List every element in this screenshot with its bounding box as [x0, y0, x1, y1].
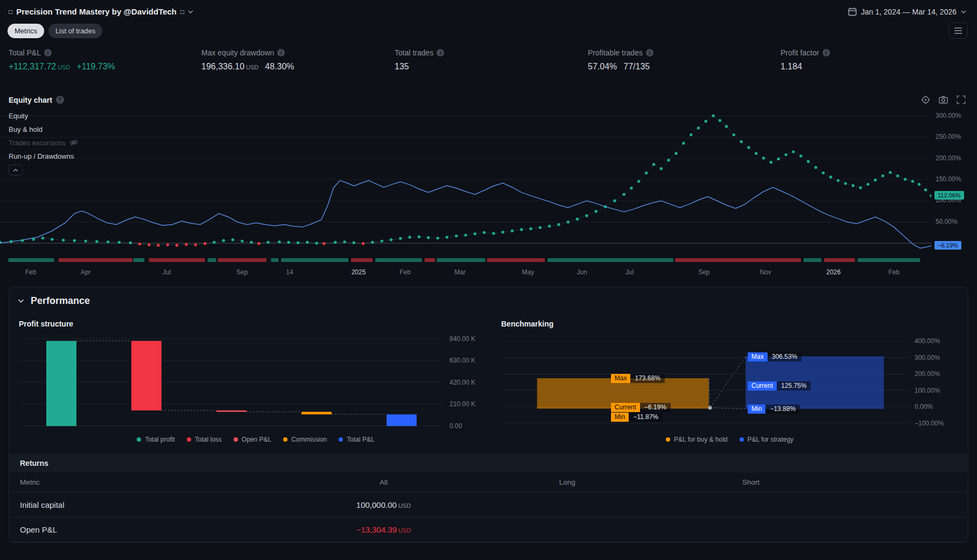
row-metric: Initial capital — [20, 500, 292, 509]
column-long: Long — [475, 478, 659, 486]
profit-structure-y-axis: 840.00 K630.00 K420.00 K210.00 K0.00 — [444, 337, 491, 428]
chevron-down-icon — [961, 10, 966, 14]
chevron-down-icon — [188, 10, 193, 14]
chart-settings-button[interactable] — [920, 95, 931, 105]
table-row-initial-capital: Initial capital 100,000.00USD — [9, 493, 968, 518]
info-icon[interactable] — [823, 49, 830, 56]
title-prefix-glyph: □ — [9, 8, 12, 16]
axis-tick-label: 400.00% — [915, 337, 940, 345]
legend-item[interactable]: Commission — [283, 436, 327, 443]
tab-metrics[interactable]: Metrics — [8, 24, 44, 38]
profit-structure-canvas — [19, 337, 444, 428]
x-axis-tick-label: Sep — [236, 268, 248, 276]
eye-off-icon — [69, 139, 78, 146]
x-axis-tick-label: Jun — [577, 268, 587, 276]
fullscreen-button[interactable] — [956, 95, 966, 105]
axis-tick-label: 100.00% — [915, 387, 940, 394]
strategy-tester-panel: □ Precision Trend Mastery by @DaviddTech… — [0, 0, 977, 543]
stat-value: 135 — [395, 62, 409, 72]
legend-item[interactable]: Total profit — [137, 436, 174, 443]
currency-suffix: USD — [246, 64, 258, 70]
row-metric: Open P&L — [20, 525, 292, 534]
snapshot-button[interactable] — [938, 95, 948, 105]
panel-menu-button[interactable] — [949, 23, 967, 39]
date-range-picker[interactable]: Jan 1, 2024 — Mar 14, 2026 — [848, 7, 966, 16]
axis-tick-label: 200.00% — [915, 370, 940, 378]
info-icon[interactable] — [277, 49, 285, 56]
performance-section: Performance Profit structure 840.00 K630… — [9, 287, 968, 543]
legend-label: Equity — [9, 112, 28, 120]
legend-item[interactable]: P&L for buy & hold — [666, 436, 728, 443]
performance-charts-row: Profit structure 840.00 K630.00 K420.00 … — [9, 313, 968, 446]
legend-item-runup-drawdowns[interactable]: Run-up / Drawdowns — [9, 151, 78, 161]
chevron-down-icon — [18, 299, 24, 303]
profit-structure-chart: Profit structure 840.00 K630.00 K420.00 … — [19, 315, 493, 446]
legend-item-equity[interactable]: Equity — [9, 110, 78, 121]
x-axis-tick-label: Jul — [163, 268, 171, 276]
stat-secondary: 48.30% — [265, 62, 294, 72]
calendar-icon — [848, 7, 857, 16]
column-metric: Metric — [20, 478, 292, 486]
axis-tick-label: 0.00% — [915, 403, 933, 410]
title-suffix-glyph: □ — [180, 8, 184, 16]
axis-tick-label: 840.00 K — [449, 335, 475, 343]
table-row-open-pnl: Open P&L −13,304.39USD — [9, 518, 968, 542]
legend-item[interactable]: Open P&L — [234, 436, 271, 443]
returns-section-header: Returns — [9, 454, 968, 472]
axis-tick-label: 210.00 K — [449, 400, 475, 408]
profit-structure-legend: Total profitTotal lossOpen P&LCommission… — [19, 436, 493, 443]
stat-value: 1.184 — [781, 62, 802, 72]
performance-header[interactable]: Performance — [9, 287, 968, 313]
camera-icon — [938, 95, 948, 105]
column-all: All — [292, 478, 475, 486]
column-short: Short — [659, 478, 842, 486]
equity-chart: Equity Buy & hold Trades excursions Run-… — [0, 109, 977, 279]
equity-chart-title: Equity chart — [9, 96, 52, 104]
info-icon[interactable] — [646, 49, 653, 56]
collapse-legend-button[interactable] — [9, 165, 23, 175]
current-value-badge: −6.19% — [934, 241, 961, 250]
returns-table-header: Metric All Long Short — [9, 472, 968, 493]
legend-label: Run-up / Drawdowns — [9, 152, 74, 160]
x-axis-tick-label: May — [522, 268, 535, 276]
stat-value: 57.04% — [588, 62, 617, 72]
stat-profit-factor: Profit factor 1.184 — [781, 48, 830, 72]
stat-label: Profitable trades — [588, 48, 643, 57]
tab-list-of-trades[interactable]: List of trades — [48, 24, 102, 38]
range-label-chip: Max306.53% — [748, 352, 802, 361]
benchmarking-legend: P&L for buy & holdP&L for strategy — [501, 436, 958, 443]
current-value-badge: 112.06% — [934, 191, 964, 200]
stat-label: Total P&L — [9, 48, 41, 57]
legend-item[interactable]: Total loss — [187, 436, 222, 443]
settings-icon — [920, 95, 931, 105]
benchmarking-labels-overlay: Max173.68%Current−6.19%Min−11.87%Max306.… — [501, 337, 909, 428]
x-axis-tick-label: Sep — [698, 268, 709, 276]
currency-suffix: USD — [398, 527, 411, 534]
returns-table: Metric All Long Short Initial capital 10… — [9, 472, 968, 542]
stat-label: Max equity drawdown — [201, 48, 274, 57]
x-axis-tick-label: Jul — [625, 268, 634, 276]
range-label-chip: Min−13.88% — [748, 405, 800, 414]
strategy-title-dropdown[interactable]: □ Precision Trend Mastery by @DaviddTech… — [9, 7, 193, 16]
returns-title: Returns — [20, 459, 48, 467]
x-axis-tick-label: Feb — [25, 268, 37, 276]
menu-icon — [954, 27, 962, 34]
legend-item[interactable]: P&L for strategy — [740, 436, 794, 443]
x-axis-tick-label: 2025 — [352, 268, 366, 276]
tabs-bar: Metrics List of trades — [0, 16, 977, 44]
legend-item-trades-excursions[interactable]: Trades excursions — [9, 137, 78, 148]
x-axis-tick-label: Nov — [760, 268, 771, 276]
axis-tick-label: 630.00 K — [449, 357, 475, 364]
info-icon[interactable] — [437, 49, 444, 56]
range-label-chip: Max173.68% — [611, 374, 665, 383]
stat-profitable-trades: Profitable trades 57.04%77/135 — [588, 48, 653, 72]
legend-item[interactable]: Total P&L — [339, 436, 374, 443]
help-icon[interactable] — [56, 96, 64, 104]
stat-total-trades: Total trades 135 — [395, 48, 444, 72]
legend-item-buy-hold[interactable]: Buy & hold — [9, 124, 78, 134]
info-icon[interactable] — [44, 49, 52, 56]
stat-label: Total trades — [395, 48, 433, 57]
row-value: 100,000.00 — [356, 500, 397, 509]
stat-value: +112,317.72 — [9, 62, 56, 71]
benchmarking-title: Benchmarking — [501, 320, 958, 328]
